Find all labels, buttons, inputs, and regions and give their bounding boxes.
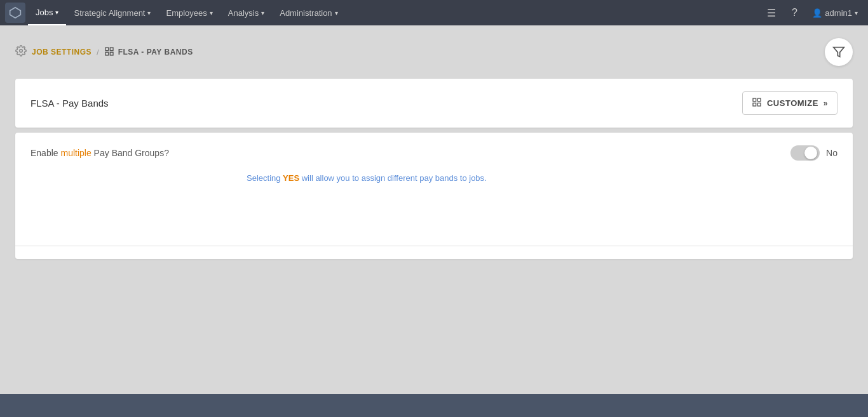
customize-icon: [752, 97, 762, 109]
info-text: Selecting YES will allow you to assign d…: [31, 173, 837, 183]
svg-rect-8: [757, 98, 761, 102]
nav-label-strategic-alignment: Strategic Alignment: [74, 8, 145, 18]
username-label: admin1: [825, 8, 852, 18]
svg-rect-2: [105, 48, 109, 51]
settings-card: Enable multiple Pay Band Groups? No Sele…: [15, 133, 853, 259]
toggle-value-label: No: [826, 148, 837, 158]
footer: [0, 394, 868, 417]
nav-label-employees: Employees: [166, 8, 207, 18]
nav-item-employees[interactable]: Employees ▾: [158, 0, 220, 25]
nav-item-administration[interactable]: Administration ▾: [272, 0, 345, 25]
svg-rect-5: [110, 52, 113, 55]
svg-marker-0: [10, 8, 21, 18]
chevron-down-icon: ▾: [55, 9, 58, 16]
chevron-down-icon: ▾: [147, 10, 151, 17]
flsa-header-card: FLSA - Pay Bands CUSTOMIZE »: [15, 79, 853, 128]
double-chevron-icon: »: [824, 99, 828, 108]
settings-row: Enable multiple Pay Band Groups? No: [31, 145, 837, 161]
svg-rect-7: [753, 98, 756, 102]
nav-label-administration: Administration: [280, 8, 332, 18]
svg-marker-6: [834, 48, 844, 57]
nav-item-analysis[interactable]: Analysis ▾: [220, 0, 272, 25]
breadcrumb-current-label: FLSA - PAY BANDS: [118, 48, 193, 56]
svg-rect-10: [757, 103, 761, 106]
nav-item-jobs[interactable]: Jobs ▾: [28, 0, 66, 25]
chevron-down-icon: ▾: [855, 10, 858, 17]
breadcrumb: JOB SETTINGS / FLSA - PAY BANDS: [15, 38, 853, 66]
page-content: JOB SETTINGS / FLSA - PAY BANDS FLSA - P…: [0, 25, 868, 394]
toggle-thumb: [804, 147, 817, 159]
breadcrumb-parent[interactable]: JOB SETTINGS: [32, 48, 92, 56]
chevron-down-icon: ▾: [261, 10, 264, 17]
card-title-row: FLSA - Pay Bands CUSTOMIZE »: [31, 91, 837, 115]
nav-label-analysis: Analysis: [228, 8, 259, 18]
pay-bands-icon: [104, 46, 114, 58]
svg-rect-9: [753, 103, 756, 106]
filter-button[interactable]: [825, 38, 853, 66]
nav-label-jobs: Jobs: [36, 8, 53, 17]
svg-rect-4: [105, 52, 109, 55]
text-area-spacer: [15, 195, 853, 246]
menu-icon[interactable]: ☰: [761, 3, 782, 23]
breadcrumb-separator: /: [97, 48, 99, 57]
toggle-group: No: [790, 145, 837, 161]
nav-items: Jobs ▾ Strategic Alignment ▾ Employees ▾…: [28, 0, 761, 25]
breadcrumb-current: FLSA - PAY BANDS: [104, 46, 193, 58]
toggle-switch[interactable]: [790, 145, 820, 161]
customize-label: CUSTOMIZE: [767, 98, 818, 108]
enable-multiple-label: Enable multiple Pay Band Groups?: [31, 148, 169, 158]
card-title: FLSA - Pay Bands: [31, 98, 109, 109]
chevron-down-icon: ▾: [335, 10, 338, 17]
app-logo[interactable]: [5, 3, 25, 23]
help-icon[interactable]: ?: [784, 3, 804, 23]
svg-rect-3: [110, 48, 113, 51]
user-icon: 👤: [812, 8, 822, 18]
user-menu[interactable]: 👤 admin1 ▾: [807, 8, 863, 18]
chevron-down-icon: ▾: [210, 10, 213, 17]
svg-point-1: [20, 50, 23, 53]
nav-right: ☰ ? 👤 admin1 ▾: [761, 3, 863, 23]
navbar: Jobs ▾ Strategic Alignment ▾ Employees ▾…: [0, 0, 868, 25]
nav-item-strategic-alignment[interactable]: Strategic Alignment ▾: [66, 0, 158, 25]
toggle-track: [790, 145, 820, 161]
customize-button[interactable]: CUSTOMIZE »: [742, 91, 837, 115]
job-settings-icon: [15, 45, 27, 59]
